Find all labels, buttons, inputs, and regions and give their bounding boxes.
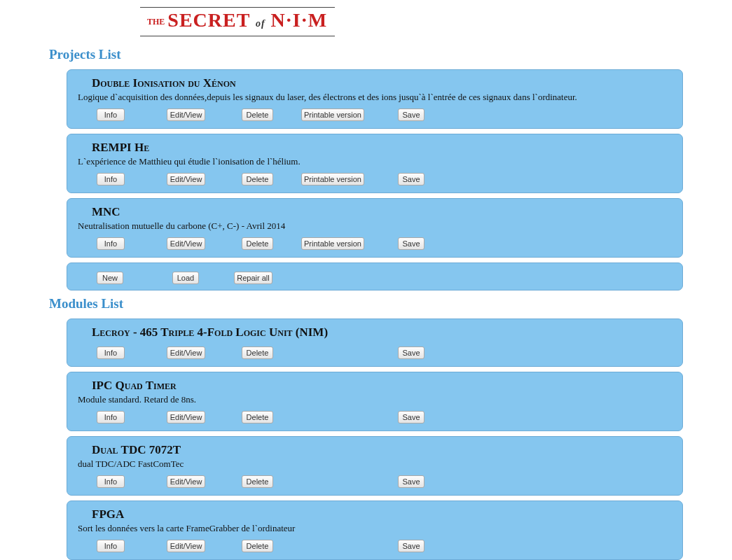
- project-actions: Info Edit/View Delete Printable version …: [78, 173, 672, 186]
- info-button[interactable]: Info: [97, 237, 125, 250]
- project-card: Double Ionisation du Xénon Logique d`acq…: [67, 69, 683, 129]
- module-actions: Info Edit/View Delete Save: [78, 346, 672, 359]
- delete-button[interactable]: Delete: [242, 475, 273, 488]
- module-title: Lecroy - 465 Triple 4-Fold Logic Unit (N…: [92, 326, 672, 340]
- project-card: REMPI He L`expérience de Matthieu qui ét…: [67, 134, 683, 193]
- edit-view-button[interactable]: Edit/View: [167, 346, 205, 359]
- module-actions: Info Edit/View Delete Save: [78, 475, 672, 488]
- printable-version-button[interactable]: Printable version: [301, 173, 364, 186]
- module-desc: dual TDC/ADC FastComTec: [78, 458, 672, 470]
- module-title: FPGA: [92, 507, 672, 522]
- projects-section-title: Projects List: [49, 47, 683, 62]
- printable-version-button[interactable]: Printable version: [301, 108, 364, 121]
- project-actions: Info Edit/View Delete Printable version …: [78, 237, 672, 250]
- save-button[interactable]: Save: [398, 108, 424, 121]
- info-button[interactable]: Info: [97, 346, 125, 359]
- save-button[interactable]: Save: [398, 346, 424, 359]
- module-desc: Sort les données vers la carte FrameGrab…: [78, 523, 672, 534]
- load-button[interactable]: Load: [172, 272, 199, 284]
- edit-view-button[interactable]: Edit/View: [167, 237, 205, 250]
- logo-nim: N·I·M: [271, 9, 329, 31]
- save-button[interactable]: Save: [398, 475, 424, 488]
- delete-button[interactable]: Delete: [242, 108, 273, 121]
- logo-the: THE: [147, 17, 165, 27]
- edit-view-button[interactable]: Edit/View: [167, 411, 205, 424]
- module-title: Dual TDC 7072T: [92, 443, 672, 457]
- project-desc: Neutralisation mutuelle du carbone (C+, …: [78, 220, 672, 232]
- delete-button[interactable]: Delete: [242, 237, 273, 250]
- logo-of: of: [256, 18, 265, 29]
- project-card: MNC Neutralisation mutuelle du carbone (…: [67, 198, 683, 258]
- module-title: IPC Quad Timer: [92, 379, 672, 393]
- edit-view-button[interactable]: Edit/View: [167, 108, 205, 121]
- save-button[interactable]: Save: [398, 237, 424, 250]
- info-button[interactable]: Info: [97, 475, 125, 488]
- edit-view-button[interactable]: Edit/View: [167, 475, 205, 488]
- info-button[interactable]: Info: [97, 540, 125, 552]
- module-card: IPC Quad Timer Module standard. Retard d…: [67, 372, 683, 431]
- module-card: Lecroy - 465 Triple 4-Fold Logic Unit (N…: [67, 318, 683, 367]
- project-actions: Info Edit/View Delete Printable version …: [78, 108, 672, 121]
- projects-toolbar: New Load Repair all: [67, 262, 683, 290]
- module-actions: Info Edit/View Delete Save: [78, 411, 672, 424]
- save-button[interactable]: Save: [398, 411, 424, 424]
- project-title: Double Ionisation du Xénon: [92, 76, 672, 90]
- module-desc: Module standard. Retard de 8ns.: [78, 394, 672, 405]
- project-title: MNC: [92, 205, 672, 219]
- delete-button[interactable]: Delete: [242, 173, 273, 186]
- delete-button[interactable]: Delete: [242, 411, 273, 424]
- app-logo: THESECRET of N·I·M: [140, 7, 683, 36]
- modules-section-title: Modules List: [49, 296, 683, 312]
- info-button[interactable]: Info: [97, 411, 125, 424]
- project-title: REMPI He: [92, 141, 672, 155]
- project-desc: Logique d`acquisition des données,depuis…: [78, 92, 672, 103]
- delete-button[interactable]: Delete: [242, 540, 273, 552]
- module-card: Dual TDC 7072T dual TDC/ADC FastComTec I…: [67, 436, 683, 496]
- repair-all-button[interactable]: Repair all: [234, 272, 272, 284]
- edit-view-button[interactable]: Edit/View: [167, 540, 205, 552]
- new-button[interactable]: New: [97, 272, 123, 284]
- info-button[interactable]: Info: [97, 108, 125, 121]
- save-button[interactable]: Save: [398, 173, 424, 186]
- delete-button[interactable]: Delete: [242, 346, 273, 359]
- project-desc: L`expérience de Matthieu qui étudie l`io…: [78, 156, 672, 167]
- printable-version-button[interactable]: Printable version: [301, 237, 364, 250]
- module-actions: Info Edit/View Delete Save: [78, 540, 672, 552]
- edit-view-button[interactable]: Edit/View: [167, 173, 205, 186]
- save-button[interactable]: Save: [398, 540, 424, 552]
- logo-secret: SECRET: [167, 9, 250, 31]
- module-card: FPGA Sort les données vers la carte Fram…: [67, 500, 683, 560]
- info-button[interactable]: Info: [97, 173, 125, 186]
